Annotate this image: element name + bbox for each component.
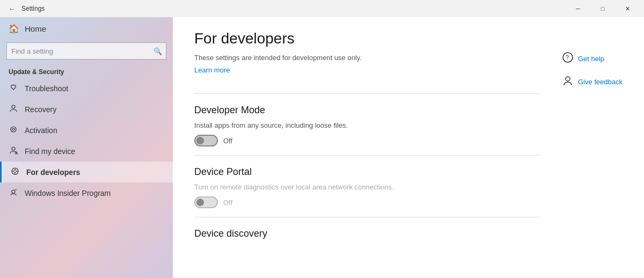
svg-point-2 bbox=[11, 127, 16, 132]
sidebar-item-troubleshoot[interactable]: Troubleshoot bbox=[0, 78, 173, 99]
titlebar: ← Settings ─ □ ✕ bbox=[0, 0, 644, 17]
give-feedback-icon bbox=[562, 75, 574, 89]
back-button[interactable]: ← bbox=[4, 1, 19, 16]
recovery-label: Recovery bbox=[25, 105, 56, 114]
sidebar-item-home[interactable]: 🏠 Home bbox=[0, 17, 173, 40]
svg-point-1 bbox=[12, 105, 15, 108]
sidebar-item-find-my-device[interactable]: Find my device bbox=[0, 141, 173, 162]
svg-point-4 bbox=[12, 147, 15, 150]
divider-1 bbox=[194, 93, 540, 94]
divider-2 bbox=[194, 155, 540, 156]
window-controls: ─ □ ✕ bbox=[566, 0, 640, 17]
device-portal-desc: Turn on remote diagnostics over local ar… bbox=[194, 183, 540, 191]
svg-point-16 bbox=[566, 77, 570, 81]
app-body: 🏠 Home 🔍 Update & Security Troubleshoot … bbox=[0, 17, 644, 278]
maximize-button[interactable]: □ bbox=[590, 0, 615, 17]
troubleshoot-label: Troubleshoot bbox=[25, 84, 68, 93]
svg-text:?: ? bbox=[566, 54, 569, 61]
content-description: These settings are intended for developm… bbox=[194, 54, 540, 62]
page-title: For developers bbox=[194, 30, 540, 47]
recovery-icon bbox=[9, 104, 18, 114]
for-developers-icon bbox=[10, 167, 20, 177]
sidebar-item-for-developers[interactable]: For developers bbox=[0, 162, 173, 182]
give-feedback-item[interactable]: Give feedback bbox=[562, 75, 623, 89]
give-feedback-label: Give feedback bbox=[578, 78, 623, 86]
device-portal-toggle[interactable] bbox=[194, 196, 218, 208]
home-icon: 🏠 bbox=[9, 24, 19, 34]
get-help-item[interactable]: ? Get help bbox=[562, 52, 623, 66]
activation-label: Activation bbox=[25, 126, 57, 135]
developer-mode-toggle-label: Off bbox=[223, 137, 232, 145]
device-portal-title: Device Portal bbox=[194, 166, 540, 178]
device-discovery-title: Device discovery bbox=[194, 228, 540, 239]
minimize-button[interactable]: ─ bbox=[566, 0, 590, 17]
svg-point-13 bbox=[12, 190, 15, 193]
get-help-label: Get help bbox=[578, 55, 604, 63]
device-portal-toggle-label: Off bbox=[223, 199, 232, 207]
learn-more-link[interactable]: Learn more bbox=[194, 66, 230, 74]
main-content: For developers These settings are intend… bbox=[173, 17, 644, 278]
svg-point-8 bbox=[14, 170, 17, 173]
troubleshoot-icon bbox=[9, 83, 18, 93]
sidebar-item-windows-insider[interactable]: Windows Insider Program bbox=[0, 182, 173, 203]
search-container: 🔍 bbox=[6, 42, 166, 60]
svg-line-6 bbox=[17, 153, 18, 155]
divider-3 bbox=[194, 217, 540, 217]
search-icon: 🔍 bbox=[153, 47, 162, 55]
home-label: Home bbox=[25, 24, 46, 33]
search-input[interactable] bbox=[6, 42, 166, 60]
developer-mode-title: Developer Mode bbox=[194, 105, 540, 116]
activation-icon bbox=[9, 125, 18, 135]
sidebar: 🏠 Home 🔍 Update & Security Troubleshoot … bbox=[0, 17, 173, 278]
find-my-device-label: Find my device bbox=[25, 147, 75, 156]
sidebar-item-recovery[interactable]: Recovery bbox=[0, 99, 173, 120]
device-portal-toggle-row: Off bbox=[194, 196, 540, 208]
find-my-device-icon bbox=[9, 146, 18, 156]
titlebar-title: Settings bbox=[21, 5, 45, 12]
sidebar-item-activation[interactable]: Activation bbox=[0, 120, 173, 141]
sidebar-category: Update & Security bbox=[0, 64, 173, 78]
get-help-icon: ? bbox=[562, 52, 574, 66]
for-developers-label: For developers bbox=[26, 168, 80, 177]
svg-point-3 bbox=[12, 128, 14, 130]
windows-insider-icon bbox=[9, 188, 18, 198]
windows-insider-label: Windows Insider Program bbox=[25, 189, 111, 197]
developer-mode-toggle[interactable] bbox=[194, 135, 218, 147]
developer-mode-toggle-row: Off bbox=[194, 135, 540, 147]
developer-mode-desc: Install apps from any source, including … bbox=[194, 121, 540, 129]
close-button[interactable]: ✕ bbox=[615, 0, 640, 17]
